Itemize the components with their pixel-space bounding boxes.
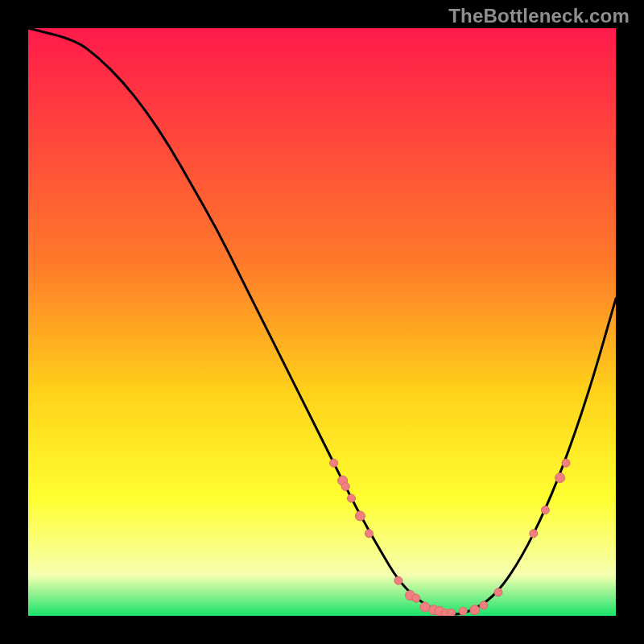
data-marker [494,588,502,597]
bottleneck-curve-chart [28,28,616,616]
data-marker [365,530,373,538]
data-marker [420,602,430,612]
data-marker [448,609,456,616]
data-marker [470,605,480,615]
data-marker [541,506,549,514]
data-marker [562,459,570,467]
data-marker [348,494,356,502]
data-marker [530,530,538,538]
data-marker [412,594,420,602]
data-marker [330,459,338,467]
data-marker [341,482,349,490]
gradient-background [28,28,616,616]
data-marker [355,511,365,521]
data-marker [394,576,402,584]
data-marker [459,607,467,615]
watermark-text: TheBottleneck.com [448,5,630,27]
data-marker [480,601,488,609]
plot-area [28,28,616,616]
data-marker [555,473,565,483]
chart-frame: TheBottleneck.com [0,0,644,644]
